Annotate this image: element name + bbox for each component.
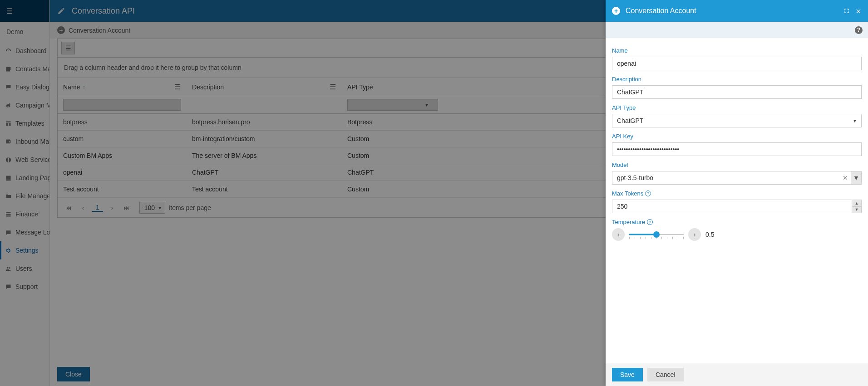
sidebar-item-users[interactable]: Users xyxy=(0,259,49,278)
column-api-type[interactable]: API Type xyxy=(347,83,373,91)
sidebar-item-landing-pages[interactable]: Landing Pages xyxy=(0,169,49,187)
cell-description: botpress.horisen.pro xyxy=(187,114,342,130)
sidebar-item-contacts-manager[interactable]: Contacts Manager xyxy=(0,60,49,78)
finance-icon xyxy=(5,210,12,218)
slider-thumb[interactable] xyxy=(653,231,660,238)
pencil-icon xyxy=(57,7,65,15)
webservices-icon xyxy=(5,156,12,163)
sidebar-item-label: Inbound Manager xyxy=(15,138,49,145)
sidebar-item-label: Settings xyxy=(15,247,39,254)
chevron-down-icon: ▼ xyxy=(158,205,162,210)
column-name[interactable]: Name↑ xyxy=(63,83,85,91)
cell-name: Custom BM Apps xyxy=(58,147,187,164)
support-icon xyxy=(5,283,12,290)
column-desc-menu-icon[interactable]: ☰ xyxy=(330,83,336,91)
sidebar-item-inbound-manager[interactable]: Inbound Manager xyxy=(0,132,49,151)
dialog-icon xyxy=(5,83,12,91)
sidebar-item-file-manager[interactable]: File Manager xyxy=(0,187,49,205)
sidebar-item-settings[interactable]: Settings xyxy=(0,241,49,259)
cell-description: Test account xyxy=(187,181,342,197)
close-icon[interactable] xyxy=(855,8,862,14)
account-panel: + Conversation Account ? Name Descriptio… xyxy=(606,0,868,386)
slider-increase-button[interactable]: › xyxy=(688,228,701,241)
label-name: Name xyxy=(612,47,862,54)
pager-next-icon[interactable]: › xyxy=(107,202,118,213)
label-model: Model xyxy=(612,161,862,168)
panel-footer: Save Cancel xyxy=(606,363,868,386)
page-size-select[interactable]: 100 ▼ xyxy=(139,202,165,214)
filter-name-input[interactable] xyxy=(63,99,181,111)
inbound-icon xyxy=(5,138,12,145)
sidebar-item-label: Easy Dialog xyxy=(15,83,49,91)
sidebar-item-campaign-manager[interactable]: Campaign Manager xyxy=(0,96,49,114)
sidebar-item-web-services[interactable]: Web Services xyxy=(0,151,49,169)
info-icon[interactable]: ? xyxy=(645,191,651,196)
temperature-slider[interactable] xyxy=(629,230,684,239)
api-type-select[interactable] xyxy=(612,114,862,127)
filter-type-select[interactable] xyxy=(347,99,438,111)
sidebar-item-label: Contacts Manager xyxy=(15,65,49,73)
model-field[interactable] xyxy=(612,171,840,185)
campaign-icon xyxy=(5,102,12,109)
sidebar-item-label: Support xyxy=(15,283,38,290)
sort-asc-icon: ↑ xyxy=(83,84,85,90)
name-field[interactable] xyxy=(612,57,862,70)
sidebar-item-dashboard[interactable]: Dashboard xyxy=(0,42,49,60)
contacts-icon xyxy=(5,65,12,73)
file-icon xyxy=(5,192,12,200)
pager-page[interactable]: 1 xyxy=(92,204,103,212)
pager-prev-icon[interactable]: ‹ xyxy=(78,202,89,213)
save-button[interactable]: Save xyxy=(612,368,643,381)
add-account-label[interactable]: Conversation Account xyxy=(69,27,130,34)
sidebar: ☰ Demo DashboardContacts ManagerEasy Dia… xyxy=(0,0,50,386)
clear-icon[interactable]: ✕ xyxy=(840,171,851,185)
cell-description: ChatGPT xyxy=(187,164,342,181)
panel-subbar: ? xyxy=(606,22,868,38)
cell-description: bm-integration/custom xyxy=(187,131,342,147)
sidebar-item-finance[interactable]: Finance xyxy=(0,205,49,223)
settings-icon xyxy=(5,247,12,254)
sidebar-item-label: Templates xyxy=(15,120,44,127)
sidebar-hamburger[interactable]: ☰ xyxy=(0,0,49,22)
sidebar-item-label: File Manager xyxy=(15,192,49,200)
plus-circle-icon: + xyxy=(612,7,620,15)
sidebar-item-label: Campaign Manager xyxy=(15,102,49,109)
close-button[interactable]: Close xyxy=(57,367,90,381)
hamburger-icon: ☰ xyxy=(6,7,13,15)
sidebar-item-message-log[interactable]: Message Log xyxy=(0,223,49,241)
max-tokens-field[interactable] xyxy=(612,200,852,213)
templates-icon xyxy=(5,120,12,127)
slider-decrease-button[interactable]: ‹ xyxy=(612,228,625,241)
cell-description: The server of BM Apps xyxy=(187,147,342,164)
users-icon xyxy=(5,265,12,272)
grid-menu-button[interactable]: ☰ xyxy=(61,42,75,54)
cell-name: custom xyxy=(58,131,187,147)
description-field[interactable] xyxy=(612,85,862,99)
cancel-button[interactable]: Cancel xyxy=(647,368,684,381)
spin-up-icon[interactable]: ▲ xyxy=(852,200,861,206)
expand-icon[interactable] xyxy=(843,8,850,14)
spin-down-icon[interactable]: ▼ xyxy=(852,206,861,213)
sidebar-context: Demo xyxy=(0,22,49,42)
add-account-icon[interactable]: + xyxy=(57,26,65,34)
pager-last-icon[interactable]: ⏭ xyxy=(121,202,132,213)
column-description[interactable]: Description xyxy=(192,83,224,91)
cell-name: botpress xyxy=(58,114,187,130)
label-description: Description xyxy=(612,76,862,83)
sidebar-item-label: Web Services xyxy=(15,156,49,163)
panel-title: Conversation Account xyxy=(626,7,696,15)
pager-first-icon[interactable]: ⏮ xyxy=(63,202,74,213)
sidebar-item-easy-dialog[interactable]: Easy Dialog xyxy=(0,78,49,96)
dropdown-button-icon[interactable]: ▼ xyxy=(851,171,862,185)
sidebar-item-support[interactable]: Support xyxy=(0,278,49,296)
svg-point-1 xyxy=(6,267,8,269)
label-max-tokens: Max Tokens ? xyxy=(612,190,862,197)
sidebar-item-templates[interactable]: Templates xyxy=(0,114,49,132)
sidebar-item-label: Dashboard xyxy=(15,47,47,54)
column-name-menu-icon[interactable]: ☰ xyxy=(174,83,181,91)
info-icon[interactable]: ? xyxy=(647,219,653,225)
sidebar-item-label: Finance xyxy=(15,210,38,218)
temperature-value: 0.5 xyxy=(705,231,714,238)
api-key-field[interactable] xyxy=(612,142,862,156)
help-icon[interactable]: ? xyxy=(855,26,863,34)
